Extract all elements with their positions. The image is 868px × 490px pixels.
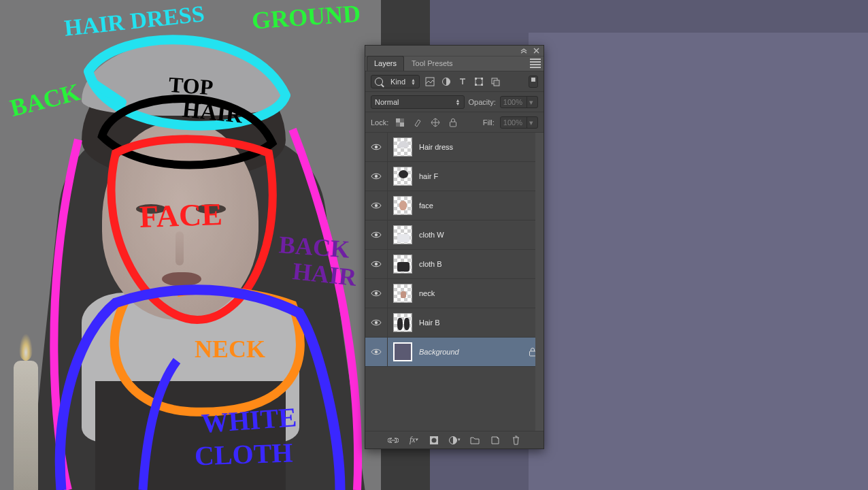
- layer-name[interactable]: cloth W: [419, 231, 538, 239]
- layer-row[interactable]: cloth B: [365, 250, 544, 279]
- layer-row[interactable]: Hair dress: [365, 133, 544, 162]
- lock-transparency-icon[interactable]: [394, 116, 406, 129]
- blend-mode-dropdown[interactable]: Normal ▲▼: [371, 95, 465, 109]
- fill-label: Fill:: [483, 118, 495, 127]
- opacity-value: 100%: [503, 98, 522, 106]
- layer-name[interactable]: Hair dress: [419, 143, 538, 151]
- visibility-toggle-icon[interactable]: [371, 171, 382, 182]
- lock-label: Lock:: [371, 118, 388, 127]
- layer-name[interactable]: hair F: [419, 172, 538, 180]
- opacity-field[interactable]: 100% ▾: [500, 96, 538, 108]
- reference-canvas[interactable]: HAIR DRESS GROUND BACK TOP HAIR FACE BAC…: [0, 0, 381, 490]
- svg-rect-8: [494, 80, 499, 86]
- group-icon[interactable]: [469, 434, 481, 446]
- svg-rect-5: [475, 84, 477, 86]
- svg-point-20: [375, 292, 378, 295]
- tab-layers[interactable]: Layers: [367, 56, 404, 71]
- svg-point-18: [375, 233, 378, 236]
- visibility-toggle-icon[interactable]: [371, 142, 382, 152]
- svg-rect-6: [481, 84, 483, 86]
- panel-footer: fx▾ ▾: [365, 431, 544, 448]
- filter-row: Kind ▲▼: [365, 71, 544, 92]
- layer-fx-icon[interactable]: fx▾: [407, 434, 420, 446]
- filter-toggle-switch[interactable]: [529, 76, 538, 88]
- collapse-icon[interactable]: [519, 47, 529, 55]
- layer-row[interactable]: Hair B: [365, 308, 544, 338]
- chevron-down-icon: ▾: [527, 117, 535, 128]
- adjustment-layer-icon[interactable]: ▾: [448, 434, 461, 446]
- svg-point-22: [375, 350, 378, 353]
- layer-name[interactable]: neck: [419, 289, 538, 297]
- svg-rect-13: [396, 122, 400, 127]
- svg-point-1: [443, 78, 450, 85]
- layer-thumbnail[interactable]: [393, 255, 412, 274]
- svg-rect-2: [475, 78, 482, 85]
- layer-name[interactable]: Hair B: [419, 318, 538, 327]
- svg-rect-24: [430, 436, 438, 444]
- lock-position-icon[interactable]: [429, 116, 441, 129]
- svg-rect-14: [450, 122, 456, 127]
- layers-panel[interactable]: Layers Tool Presets Kind ▲▼ Normal ▲▼ Op…: [365, 45, 544, 449]
- visibility-toggle-icon[interactable]: [371, 346, 382, 357]
- layer-row[interactable]: cloth W: [365, 220, 544, 250]
- layer-thumbnail[interactable]: [393, 342, 412, 361]
- svg-rect-0: [426, 78, 434, 86]
- svg-rect-11: [400, 122, 404, 127]
- blend-row: Normal ▲▼ Opacity: 100% ▾: [365, 92, 544, 112]
- new-layer-icon[interactable]: [489, 434, 501, 446]
- svg-point-15: [375, 146, 378, 148]
- chevron-down-icon: ▾: [527, 97, 535, 108]
- lock-pixels-icon[interactable]: [412, 116, 424, 129]
- trash-icon[interactable]: [510, 434, 522, 446]
- layer-row[interactable]: Background: [365, 338, 544, 367]
- layer-name[interactable]: cloth B: [419, 260, 538, 268]
- layer-row[interactable]: hair F: [365, 162, 544, 191]
- svg-rect-10: [396, 118, 400, 122]
- filter-kind-label: Kind: [390, 78, 405, 86]
- filter-type-icon[interactable]: [456, 76, 469, 88]
- filter-kind-dropdown[interactable]: Kind ▲▼: [371, 75, 420, 88]
- svg-point-21: [375, 321, 378, 324]
- layer-thumbnail[interactable]: [393, 137, 412, 157]
- visibility-toggle-icon[interactable]: [371, 288, 382, 299]
- chevron-up-down-icon: ▲▼: [456, 99, 461, 105]
- panel-titlebar[interactable]: [365, 46, 544, 56]
- panel-menu-icon[interactable]: [530, 59, 541, 68]
- filter-adjustment-icon[interactable]: [440, 76, 452, 88]
- search-icon: [375, 78, 383, 86]
- close-icon[interactable]: [531, 47, 541, 55]
- layer-thumbnail[interactable]: [393, 313, 412, 332]
- visibility-toggle-icon[interactable]: [371, 229, 382, 240]
- layer-thumbnail[interactable]: [393, 225, 412, 244]
- layer-row[interactable]: neck: [365, 279, 544, 308]
- panel-body: Kind ▲▼ Normal ▲▼ Opacity: 100% ▾ Lock:: [365, 71, 544, 448]
- layer-name[interactable]: Background: [419, 348, 522, 356]
- lock-all-icon[interactable]: [447, 116, 459, 129]
- fill-field[interactable]: 100% ▾: [500, 116, 538, 129]
- layer-row[interactable]: face: [365, 191, 544, 220]
- panel-tabs: Layers Tool Presets: [365, 56, 544, 71]
- layer-mask-icon[interactable]: [428, 434, 440, 446]
- visibility-toggle-icon[interactable]: [371, 200, 382, 211]
- svg-rect-9: [531, 78, 535, 82]
- layer-thumbnail[interactable]: [393, 284, 412, 303]
- svg-point-26: [450, 436, 457, 444]
- layer-thumbnail[interactable]: [393, 196, 412, 215]
- svg-point-25: [432, 438, 437, 442]
- tab-tool-presets[interactable]: Tool Presets: [404, 56, 461, 71]
- lock-row: Lock: Fill: 100% ▾: [365, 112, 544, 133]
- visibility-toggle-icon[interactable]: [371, 259, 382, 270]
- layers-scrollbar[interactable]: [535, 133, 544, 431]
- visibility-toggle-icon[interactable]: [371, 317, 382, 328]
- layer-name[interactable]: face: [419, 201, 538, 210]
- layers-list[interactable]: Hair dresshair Ffacecloth Wcloth BneckHa…: [365, 133, 544, 431]
- filter-smart-icon[interactable]: [489, 76, 501, 88]
- filter-shape-icon[interactable]: [473, 76, 485, 88]
- svg-rect-3: [475, 78, 477, 80]
- layer-thumbnail[interactable]: [393, 167, 412, 186]
- svg-point-16: [375, 175, 378, 178]
- link-layers-icon[interactable]: [387, 434, 399, 446]
- filter-pixel-icon[interactable]: [424, 76, 436, 88]
- opacity-label: Opacity:: [469, 98, 496, 106]
- svg-rect-7: [492, 78, 497, 84]
